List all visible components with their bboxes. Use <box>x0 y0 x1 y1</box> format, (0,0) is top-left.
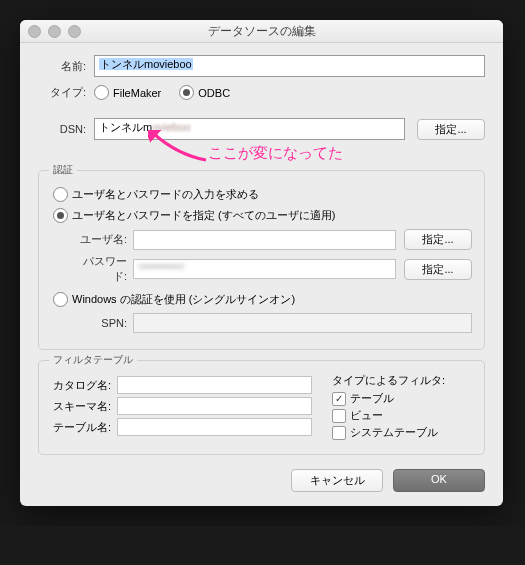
dsn-input[interactable]: トンネルmovieboo <box>94 118 405 140</box>
dsn-value: トンネルmovieboo <box>99 121 191 133</box>
name-value-selected: トンネルmovieboo <box>99 58 193 70</box>
username-label: ユーザ名: <box>71 232 127 247</box>
radio-icon <box>53 187 68 202</box>
dsn-specify-button[interactable]: 指定... <box>417 119 485 140</box>
name-input[interactable]: トンネルmovieboo <box>94 55 485 77</box>
annotation-text: ここが変になってた <box>208 144 343 163</box>
table-input[interactable] <box>117 418 312 436</box>
username-specify-button[interactable]: 指定... <box>404 229 472 250</box>
radio-icon <box>179 85 194 100</box>
password-specify-button[interactable]: 指定... <box>404 259 472 280</box>
filter-group: フィルタテーブル カタログ名: スキーマ名: テーブル名: <box>38 360 485 455</box>
catalog-input[interactable] <box>117 376 312 394</box>
auth-group-title: 認証 <box>49 163 77 177</box>
username-input[interactable] <box>133 230 396 250</box>
type-radio-odbc[interactable]: ODBC <box>179 85 230 100</box>
spn-label: SPN: <box>71 317 127 329</box>
checkbox-icon <box>332 409 346 423</box>
type-radio-filemaker[interactable]: FileMaker <box>94 85 161 100</box>
radio-icon <box>53 208 68 223</box>
password-label: パスワード: <box>71 254 127 284</box>
type-label: タイプ: <box>38 85 86 100</box>
auth-radio-prompt[interactable]: ユーザ名とパスワードの入力を求める <box>53 187 472 202</box>
filter-check-table[interactable]: テーブル <box>332 391 472 406</box>
dsn-label: DSN: <box>38 123 86 135</box>
cancel-button[interactable]: キャンセル <box>291 469 383 492</box>
filter-check-view[interactable]: ビュー <box>332 408 472 423</box>
table-label: テーブル名: <box>51 420 111 435</box>
dialog-content: 名前: トンネルmovieboo タイプ: FileMaker ODBC DSN… <box>20 43 503 506</box>
catalog-label: カタログ名: <box>51 378 111 393</box>
radio-icon <box>53 292 68 307</box>
filter-check-system[interactable]: システムテーブル <box>332 425 472 440</box>
schema-label: スキーマ名: <box>51 399 111 414</box>
password-input[interactable]: <••••••••••> <box>133 259 396 279</box>
titlebar: データソースの編集 <box>20 20 503 43</box>
schema-input[interactable] <box>117 397 312 415</box>
ok-button[interactable]: OK <box>393 469 485 492</box>
filter-group-title: フィルタテーブル <box>49 353 137 367</box>
checkbox-icon <box>332 426 346 440</box>
auth-radio-specify[interactable]: ユーザ名とパスワードを指定 (すべてのユーザに適用) <box>53 208 472 223</box>
window-title: データソースの編集 <box>20 23 503 40</box>
auth-radio-windows[interactable]: Windows の認証を使用 (シングルサインオン) <box>53 292 472 307</box>
filter-type-title: タイプによるフィルタ: <box>332 373 472 388</box>
radio-icon <box>94 85 109 100</box>
auth-group: 認証 ユーザ名とパスワードの入力を求める ユーザ名とパスワードを指定 (すべての… <box>38 170 485 350</box>
checkbox-icon <box>332 392 346 406</box>
dialog-window: データソースの編集 名前: トンネルmovieboo タイプ: FileMake… <box>20 20 503 506</box>
name-label: 名前: <box>38 59 86 74</box>
spn-input <box>133 313 472 333</box>
